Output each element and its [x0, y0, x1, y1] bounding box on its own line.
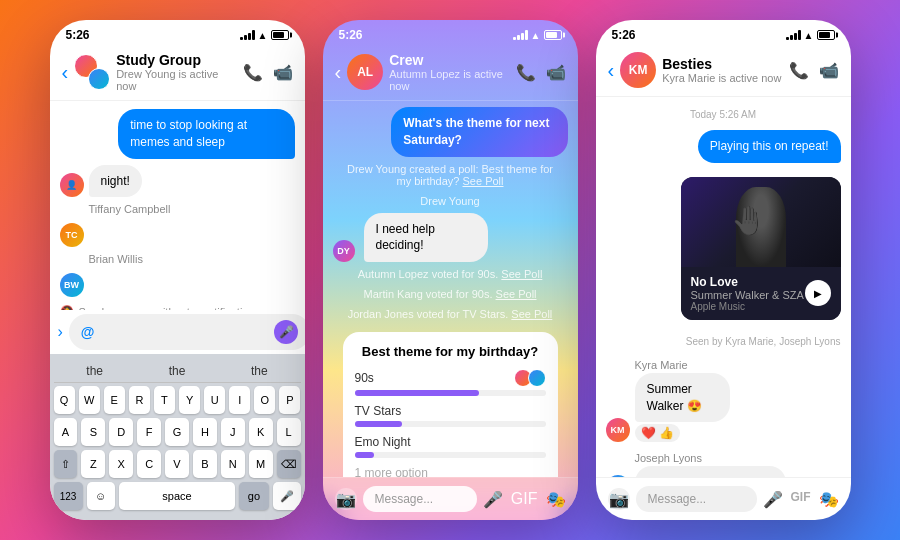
key-w[interactable]: W	[79, 386, 100, 414]
gif-icon-3[interactable]: GIF	[791, 490, 811, 509]
chat-status-3: Kyra Marie is active now	[662, 72, 782, 84]
key-mic[interactable]: 🎤	[273, 482, 301, 510]
poll-more-label: 1 more option	[355, 466, 428, 477]
key-u[interactable]: U	[204, 386, 225, 414]
keyboard-row-2: A S D F G H J K L	[54, 418, 301, 446]
key-f[interactable]: F	[137, 418, 161, 446]
back-button-2[interactable]: ‹	[335, 61, 342, 84]
poll-title: Best theme for my birthday?	[355, 344, 546, 359]
input-bar-1[interactable]: @ 🎤	[69, 314, 305, 350]
chevron-icon[interactable]: ›	[58, 323, 63, 341]
gif-icon-2[interactable]: GIF	[511, 490, 538, 509]
playing-bubble-row: Playing this on repeat!	[606, 130, 841, 163]
group-avatar	[74, 54, 110, 90]
message-input-1[interactable]	[100, 325, 268, 340]
battery-icon	[271, 30, 289, 40]
chat-name-2: Crew	[389, 52, 509, 68]
key-s[interactable]: S	[81, 418, 105, 446]
sender-name-kyra: Kyra Marie	[635, 359, 841, 371]
key-h[interactable]: H	[193, 418, 217, 446]
message-input-3[interactable]: Message...	[636, 486, 757, 512]
status-icons-2: ▲	[513, 30, 562, 41]
suggest-3[interactable]: the	[251, 364, 268, 378]
sender-name-joseph: Joseph Lyons	[635, 452, 841, 464]
keyboard-row-4: 123 ☺ space go 🎤	[54, 482, 301, 510]
system-vote-2: Martin Kang voted for 90s. See Poll	[333, 286, 568, 302]
key-g[interactable]: G	[165, 418, 189, 446]
call-icon-3[interactable]: 📞	[789, 61, 809, 80]
play-button[interactable]: ▶	[805, 280, 831, 306]
key-i[interactable]: I	[229, 386, 250, 414]
key-j[interactable]: J	[221, 418, 245, 446]
key-shift[interactable]: ⇧	[54, 450, 78, 478]
key-delete[interactable]: ⌫	[277, 450, 301, 478]
chat-header-2: ‹ AL Crew Autumn Lopez is active now 📞 📹	[323, 46, 578, 101]
music-source: Apple Music	[691, 301, 804, 312]
key-k[interactable]: K	[249, 418, 273, 446]
key-emoji[interactable]: ☺	[87, 482, 115, 510]
key-go[interactable]: go	[239, 482, 268, 510]
suggest-1[interactable]: the	[86, 364, 103, 378]
sticker-icon-3[interactable]: 🎭	[819, 490, 839, 509]
header-info-2: Crew Autumn Lopez is active now	[389, 52, 509, 92]
back-button-1[interactable]: ‹	[62, 61, 69, 84]
kyra-avatar: KM	[606, 418, 630, 442]
key-c[interactable]: C	[137, 450, 161, 478]
system-sender: Drew Young	[333, 193, 568, 209]
key-v[interactable]: V	[165, 450, 189, 478]
key-t[interactable]: T	[154, 386, 175, 414]
system-vote-3: Jordan Jones voted for TV Stars. See Pol…	[333, 306, 568, 322]
music-title: No Love	[691, 275, 804, 289]
key-d[interactable]: D	[109, 418, 133, 446]
audio-btn[interactable]: 🎤	[274, 320, 298, 344]
poll-option-2: TV Stars	[355, 404, 546, 427]
keyboard-row-3: ⇧ Z X C V B N M ⌫	[54, 450, 301, 478]
video-icon-2[interactable]: 📹	[546, 63, 566, 82]
mention-symbol: @	[81, 324, 95, 340]
key-x[interactable]: X	[109, 450, 133, 478]
video-icon[interactable]: 📹	[273, 63, 293, 82]
sender-name: Tiffany Campbell	[89, 203, 295, 215]
suggest-2[interactable]: the	[169, 364, 186, 378]
key-z[interactable]: Z	[81, 450, 105, 478]
back-button-3[interactable]: ‹	[608, 59, 615, 82]
header-info-1: Study Group Drew Young is active now	[116, 52, 236, 92]
mic-icon-2[interactable]: 🎤	[483, 490, 503, 509]
key-q[interactable]: Q	[54, 386, 75, 414]
phone-crew: 5:26 ▲ ‹ AL Crew Autumn Lopez is active …	[323, 20, 578, 520]
keyboard-1: the the the Q W E R T Y U I O P A S D F …	[50, 354, 305, 520]
key-b[interactable]: B	[193, 450, 217, 478]
status-bar-3: 5:26 ▲	[596, 20, 851, 46]
poll-bar-bg-1	[355, 390, 546, 396]
system-msg-1: Drew Young created a poll: Best theme fo…	[333, 161, 568, 189]
top-question-row: What's the theme for next Saturday?	[333, 107, 568, 157]
sticker-icon-2[interactable]: 🎭	[546, 490, 566, 509]
mic-icon-3[interactable]: 🎤	[763, 490, 783, 509]
photo-icon[interactable]: 📷	[335, 488, 357, 510]
call-icon[interactable]: 📞	[243, 63, 263, 82]
message-list-3: Today 5:26 AM Playing this on repeat! 🤚 …	[596, 97, 851, 477]
key-y[interactable]: Y	[179, 386, 200, 414]
battery-icon-2	[544, 30, 562, 40]
sender-name: Brian Willis	[89, 253, 295, 265]
key-m[interactable]: M	[249, 450, 273, 478]
key-space[interactable]: space	[119, 482, 236, 510]
photo-icon-3[interactable]: 📷	[608, 488, 630, 510]
key-r[interactable]: R	[129, 386, 150, 414]
message-row: 👤 night!	[60, 165, 295, 198]
key-123[interactable]: 123	[54, 482, 83, 510]
reaction-bubble: ❤️ 👍	[635, 424, 680, 442]
message-list-1: time to stop looking at memes and sleep …	[50, 101, 305, 310]
key-e[interactable]: E	[104, 386, 125, 414]
key-o[interactable]: O	[254, 386, 275, 414]
key-l[interactable]: L	[277, 418, 301, 446]
video-icon-3[interactable]: 📹	[819, 61, 839, 80]
key-p[interactable]: P	[279, 386, 300, 414]
message-input-2[interactable]: Message...	[363, 486, 477, 512]
wifi-icon-3: ▲	[804, 30, 814, 41]
key-a[interactable]: A	[54, 418, 78, 446]
key-n[interactable]: N	[221, 450, 245, 478]
call-icon-2[interactable]: 📞	[516, 63, 536, 82]
status-bar-2: 5:26 ▲	[323, 20, 578, 46]
chat-header-3: ‹ KM Besties Kyra Marie is active now 📞 …	[596, 46, 851, 97]
